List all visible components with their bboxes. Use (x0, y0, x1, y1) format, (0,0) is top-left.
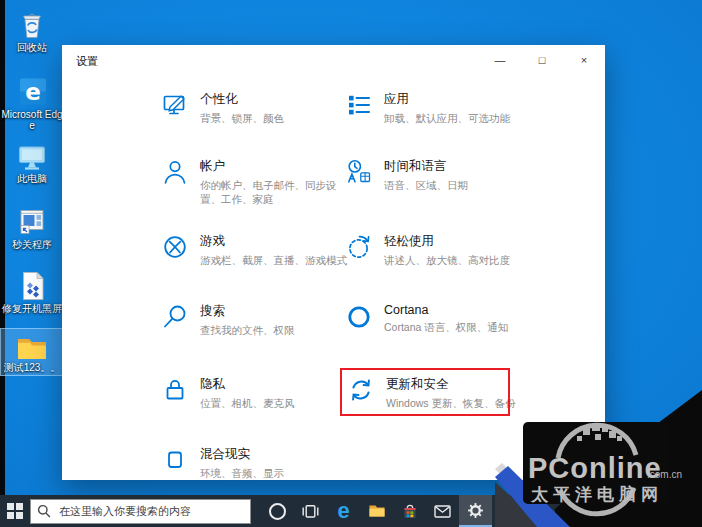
settings-category-cortana[interactable]: Cortana Cortana 语言、权限、通知 (346, 303, 508, 334)
settings-button[interactable] (459, 495, 492, 527)
settings-category-personalization[interactable]: 个性化 背景、锁屏、颜色 (162, 91, 284, 125)
desktop-icon-label: 回收站 (1, 42, 63, 53)
desktop-icon-test-folder[interactable]: 测试123。。 (1, 329, 63, 375)
category-desc: 环境、音频、显示 (200, 466, 284, 480)
mixed-reality-icon (162, 447, 188, 473)
settings-category-ease-of-access[interactable]: 轻松使用 讲述人、放大镜、高对比度 (346, 233, 510, 267)
category-desc: 讲述人、放大镜、高对比度 (384, 253, 510, 267)
task-view-icon (301, 504, 320, 519)
maximize-button[interactable]: □ (521, 45, 563, 75)
settings-window: 设置 — □ × 个性化 背景、锁屏、颜色 应用 卸载、默认应用、可选功能 (62, 45, 605, 480)
category-desc: 游戏栏、截屏、直播、游戏模式 (200, 253, 347, 267)
minimize-button[interactable]: — (479, 45, 521, 75)
cortana-button[interactable] (261, 495, 294, 527)
title-bar: 设置 — □ × (62, 45, 605, 75)
svg-text:e: e (25, 79, 41, 105)
category-title: Cortana (384, 303, 508, 317)
category-title: 隐私 (200, 376, 295, 393)
start-button[interactable] (0, 495, 30, 527)
taskbar: e (0, 495, 702, 527)
search-input[interactable] (57, 504, 244, 518)
file-explorer-button[interactable] (360, 495, 393, 527)
category-title: 混合现实 (200, 446, 284, 463)
apps-icon (346, 92, 372, 118)
category-title: 应用 (384, 91, 510, 108)
category-desc: 语音、区域、日期 (384, 178, 468, 192)
search-category-icon (162, 304, 188, 330)
privacy-icon (162, 377, 188, 403)
gear-icon (467, 502, 484, 519)
time-language-icon (346, 159, 372, 185)
category-desc: 查找我的文件、权限 (200, 323, 295, 337)
category-title: 帐户 (200, 158, 350, 175)
edge-icon: e (337, 500, 349, 522)
category-desc: Cortana 语言、权限、通知 (384, 320, 508, 334)
desktop-icon-label: 秒关程序 (1, 239, 63, 250)
search-icon (37, 504, 51, 518)
task-view-button[interactable] (294, 495, 327, 527)
settings-category-gaming[interactable]: 游戏 游戏栏、截屏、直播、游戏模式 (162, 233, 347, 267)
edge-icon: e (15, 76, 49, 108)
desktop-icon-label: 修复开机黑屏 (1, 303, 63, 314)
highlight-box-update-security (340, 368, 510, 416)
gaming-icon (162, 234, 188, 260)
category-title: 轻松使用 (384, 233, 510, 250)
settings-category-privacy[interactable]: 隐私 位置、相机、麦克风 (162, 376, 295, 410)
this-pc-icon (15, 142, 49, 172)
desktop-icon-repair-file[interactable]: 修复开机黑屏 (1, 268, 63, 316)
app-window-icon (15, 207, 49, 238)
personalization-icon (162, 92, 188, 118)
category-title: 搜索 (200, 303, 295, 320)
settings-category-mixed-reality[interactable]: 混合现实 环境、音频、显示 (162, 446, 284, 480)
desktop-icon-label: 此电脑 (1, 173, 63, 184)
category-desc: 位置、相机、麦克风 (200, 396, 295, 410)
category-title: 游戏 (200, 233, 347, 250)
store-icon (402, 503, 418, 520)
recycle-bin-icon (15, 8, 49, 41)
window-title: 设置 (76, 54, 98, 69)
repair-file-icon (15, 270, 49, 302)
settings-category-accounts[interactable]: 帐户 你的帐户、电子邮件、同步设置、工作、家庭 (162, 158, 350, 206)
cortana-icon (346, 304, 372, 330)
category-desc: 你的帐户、电子邮件、同步设置、工作、家庭 (200, 178, 350, 206)
desktop-icon-label: 测试123。。 (1, 362, 63, 373)
cortana-ring-icon (269, 503, 286, 520)
desktop-icon-edge[interactable]: e Microsoft Edge (1, 74, 63, 133)
mail-icon (434, 505, 451, 518)
taskbar-search[interactable] (30, 499, 251, 524)
folder-icon (14, 331, 50, 361)
desktop: 回收站 e Microsoft Edge 此电脑 秒关程序 (0, 0, 702, 527)
desktop-icon-this-pc[interactable]: 此电脑 (1, 140, 63, 186)
settings-category-time-language[interactable]: 时间和语言 语音、区域、日期 (346, 158, 468, 192)
accounts-icon (162, 159, 188, 185)
store-button[interactable] (393, 495, 426, 527)
settings-category-apps[interactable]: 应用 卸载、默认应用、可选功能 (346, 91, 510, 125)
category-desc: 卸载、默认应用、可选功能 (384, 111, 510, 125)
edge-button[interactable]: e (327, 495, 360, 527)
settings-category-search[interactable]: 搜索 查找我的文件、权限 (162, 303, 295, 337)
category-desc: 背景、锁屏、颜色 (200, 111, 284, 125)
mail-button[interactable] (426, 495, 459, 527)
close-button[interactable]: × (563, 45, 605, 75)
desktop-icon-label: Microsoft Edge (1, 109, 63, 131)
category-title: 时间和语言 (384, 158, 468, 175)
windows-logo-icon (7, 503, 23, 519)
desktop-icon-shutdown-app[interactable]: 秒关程序 (1, 205, 63, 252)
desktop-icon-recycle-bin[interactable]: 回收站 (1, 6, 63, 55)
category-title: 个性化 (200, 91, 284, 108)
file-explorer-icon (368, 504, 386, 518)
ease-of-access-icon (346, 234, 372, 260)
